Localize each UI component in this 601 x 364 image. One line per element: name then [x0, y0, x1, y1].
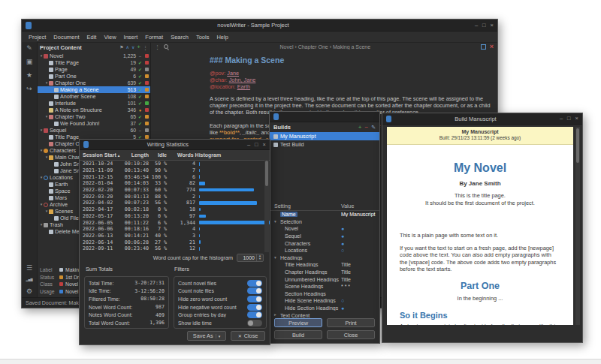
menu-edit[interactable]: Edit	[83, 34, 101, 41]
compose-icon[interactable]: ✎	[26, 45, 32, 52]
build-setting-row[interactable]: Section Headings	[270, 290, 379, 298]
tree-item[interactable]: Another Scene108✔	[38, 93, 150, 100]
column-idle[interactable]: Idle	[149, 152, 167, 158]
filter-toggle[interactable]	[247, 296, 262, 302]
save-as-button[interactable]: Save As ▾	[187, 331, 226, 341]
tag-value[interactable]: John, Jane	[229, 77, 256, 83]
stats-scrollbar[interactable]	[264, 160, 269, 252]
stats-row[interactable]: 2021-12-1503:46:54100 %6	[80, 173, 270, 180]
tag-value[interactable]: Earth	[237, 83, 250, 90]
stats-row[interactable]: 2022-04-0200:07:2356 %817	[80, 200, 270, 206]
build-setting-row[interactable]: Novel●	[270, 225, 379, 233]
build-setting-row[interactable]: ▾Selection	[270, 218, 379, 226]
stats-row[interactable]: 2022-06-1400:06:2827 %21	[80, 239, 270, 245]
menu-help[interactable]: Help	[213, 34, 231, 41]
spinner-arrows-icon[interactable]: ▲▼	[256, 254, 263, 261]
move-down-icon[interactable]: ∨	[131, 45, 134, 50]
add-item-icon[interactable]: +	[137, 44, 140, 50]
main-close-icon[interactable]: ×	[491, 23, 494, 29]
move-up-icon[interactable]: ∧	[126, 45, 129, 50]
manuscript-maximize-icon[interactable]: □	[567, 116, 571, 122]
stats-row[interactable]: 2022-06-0600:18:167 %4	[80, 226, 270, 233]
edit-build-icon[interactable]: ✎	[371, 125, 376, 130]
add-build-icon[interactable]: +	[358, 125, 362, 131]
bookmark-icon[interactable]: ⚑	[119, 45, 123, 50]
main-maximize-icon[interactable]: □	[482, 23, 486, 29]
stats-row[interactable]: 2022-03-2000:01:1388 %2	[80, 193, 270, 200]
build-button[interactable]: Build	[274, 330, 322, 339]
manuscript-titlebar[interactable]: Build Manuscript –□×	[382, 113, 582, 125]
stats-row[interactable]: 2022-04-1700:02:180 %18	[80, 206, 270, 213]
tree-item[interactable]: ▾Chapter Two65✔	[38, 113, 150, 120]
menu-format[interactable]: Format	[141, 34, 167, 41]
stats-row[interactable]: 2022-02-2000:07:3360 %774	[80, 187, 270, 194]
switch-off-icon[interactable]: ○	[341, 248, 344, 253]
filter-toggle[interactable]	[247, 304, 262, 311]
stats-close-icon[interactable]: ×	[263, 142, 266, 148]
stats-maximize-icon[interactable]: □	[255, 142, 258, 148]
cap-spinner[interactable]: 1000 ▲▼	[237, 254, 264, 262]
editor-menu-icon[interactable]: ⋮	[155, 44, 160, 50]
manuscript-minimize-icon[interactable]: –	[560, 116, 563, 122]
menu-document[interactable]: Document	[50, 34, 83, 41]
build-setting-row[interactable]: Hide Section Headings●	[270, 305, 379, 312]
builds-titlebar[interactable]	[270, 112, 379, 122]
remove-build-icon[interactable]: −	[364, 125, 368, 131]
tree-item[interactable]: ▾Chapter One639✔	[38, 80, 150, 86]
tree-item[interactable]: Title Page19✔	[38, 59, 150, 66]
tag-value[interactable]: Jane	[227, 70, 239, 77]
print-button[interactable]: Print	[327, 318, 375, 327]
close-button[interactable]: Close	[327, 330, 375, 339]
main-titlebar[interactable]: novelWriter - Sample Project –□×	[22, 20, 497, 32]
menu-project[interactable]: Project	[25, 34, 50, 41]
stats-titlebar[interactable]: Writing Statistics –□×	[80, 140, 270, 150]
tree-item[interactable]: A Note on Structure346●	[38, 107, 150, 113]
build-setting-row[interactable]: Scene Headings* * *	[270, 283, 379, 290]
preview-button[interactable]: Preview	[274, 318, 322, 327]
build-setting-row[interactable]: Title HeadingsTitle	[270, 261, 379, 269]
menu-tools[interactable]: Tools	[192, 34, 213, 41]
manuscript-scrollbar[interactable]	[575, 127, 580, 325]
manuscript-close-icon[interactable]: ×	[575, 116, 578, 122]
build-list-item[interactable]: My Manuscript	[270, 132, 379, 140]
settings-gear-icon[interactable]: ⚙	[26, 288, 32, 295]
tree-item[interactable]: ▾Sequel60−	[38, 127, 150, 134]
column-session-start[interactable]: Session Start ▴	[80, 152, 122, 158]
setting-expander-icon[interactable]: ▸	[274, 313, 280, 317]
details-list-icon[interactable]: ☰	[26, 265, 32, 272]
build-setting-row[interactable]: Hide Scene Headings○	[270, 297, 379, 305]
close-document-icon[interactable]: ×	[490, 44, 494, 50]
tree-item[interactable]: Making a Scene513✔	[38, 86, 150, 93]
filter-toggle[interactable]	[247, 287, 262, 294]
close-button[interactable]: ✕ Close	[231, 331, 265, 341]
column-words-histogram[interactable]: Words Histogram	[167, 152, 270, 158]
stats-row[interactable]: 2022-05-1700:13:200 %97	[80, 213, 270, 220]
tree-item[interactable]: Page49✔	[38, 66, 150, 73]
build-setting-row[interactable]: ▾Headings	[270, 254, 379, 262]
setting-expander-icon[interactable]: ▾	[274, 256, 280, 260]
build-setting-row[interactable]: Unnumbered HeadingsTitle	[270, 275, 379, 283]
build-setting-row[interactable]: Chapter HeadingsTitle	[270, 269, 379, 276]
stats-row[interactable]: 2021-11-0900:13:4090 %7	[80, 167, 270, 174]
tree-item[interactable]: We Found John!37✔	[38, 120, 150, 127]
stats-row[interactable]: 2022-01-0400:14:0333 %82	[80, 180, 270, 187]
tree-menu-icon[interactable]: ⋮	[143, 45, 148, 50]
tree-item[interactable]: ▾Novel1,225−	[38, 53, 150, 59]
filter-toggle[interactable]	[247, 320, 262, 326]
stats-chart-icon[interactable]: ▂▅▇	[26, 278, 32, 281]
filter-toggle[interactable]	[247, 311, 262, 318]
filter-toggle[interactable]	[247, 280, 262, 287]
build-setting-row[interactable]: Characters●	[270, 239, 379, 247]
stats-table-header[interactable]: Session Start ▴ Length Idle Words Histog…	[80, 150, 270, 161]
stats-row[interactable]: 2022-06-1300:14:2140 %3	[80, 233, 270, 239]
menu-insert[interactable]: Insert	[120, 34, 142, 41]
stats-row[interactable]: 2022-09-1100:23:4056 %12	[80, 245, 270, 252]
search-icon[interactable]	[164, 44, 170, 50]
switch-on-icon[interactable]: ●	[341, 226, 344, 231]
tree-item[interactable]: Interlude101✔	[38, 100, 150, 107]
manuscript-scrollbar-thumb[interactable]	[576, 128, 579, 163]
stats-minimize-icon[interactable]: –	[247, 142, 250, 148]
main-minimize-icon[interactable]: –	[475, 23, 478, 29]
menu-search[interactable]: Search	[167, 34, 192, 41]
build-setting-row[interactable]: Sequel●	[270, 233, 379, 240]
